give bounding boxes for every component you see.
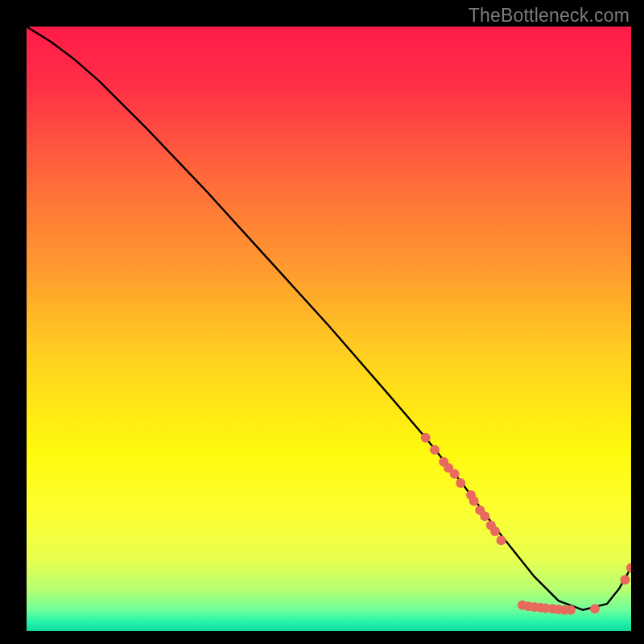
chart-svg bbox=[27, 27, 631, 631]
scatter-point bbox=[620, 575, 630, 584]
scatter-point bbox=[430, 445, 440, 455]
scatter-point bbox=[566, 605, 576, 615]
scatter-point bbox=[590, 604, 600, 613]
scatter-point bbox=[480, 511, 489, 521]
scatter-point bbox=[421, 433, 431, 443]
chart-plot-area bbox=[27, 27, 631, 631]
scatter-point bbox=[490, 526, 500, 536]
scatter-point bbox=[497, 535, 506, 545]
chart-stage: TheBottleneck.com bbox=[0, 0, 644, 644]
chart-background bbox=[27, 27, 631, 631]
scatter-point bbox=[450, 469, 460, 479]
scatter-point bbox=[469, 497, 479, 506]
watermark-text: TheBottleneck.com bbox=[469, 5, 630, 27]
scatter-point bbox=[456, 478, 465, 488]
